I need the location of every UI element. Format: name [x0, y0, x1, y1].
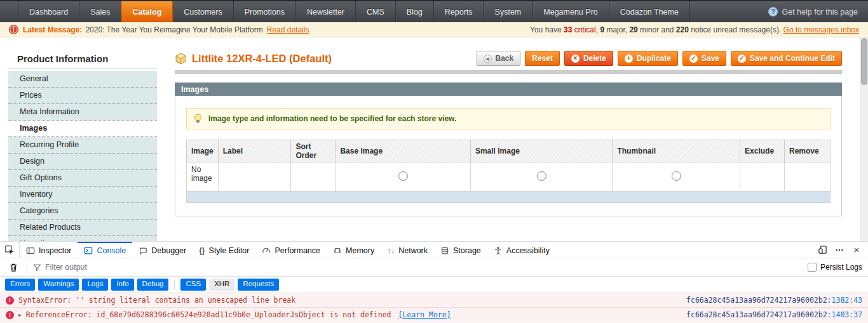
small-image-radio[interactable] [537, 171, 546, 181]
clear-console-icon[interactable] [6, 260, 21, 274]
duplicate-label: Duplicate [637, 54, 671, 63]
back-label: Back [496, 54, 514, 63]
nav-customers[interactable]: Customers [173, 1, 233, 22]
source-position: 1403:37 [827, 310, 862, 319]
error-message-text: ReferenceError: id_68e79d6288396c60524e9… [26, 310, 391, 319]
console-filter-bar: Errors Warnings Logs Info Debug CSS XHR … [0, 277, 868, 293]
tab-debugger[interactable]: Debugger [132, 242, 193, 258]
tab-network[interactable]: ↑↓ Network [381, 242, 434, 258]
notice-word: notice unread message(s). [689, 25, 783, 34]
nav-catalog[interactable]: Catalog [121, 1, 173, 22]
read-details-link[interactable]: Read details [267, 25, 309, 34]
meatballs-menu-icon[interactable] [832, 243, 847, 257]
sidebar-item-related-products[interactable]: Related Products [8, 220, 157, 236]
col-base-image: Base Image [336, 140, 471, 162]
filter-output-input[interactable] [45, 263, 236, 272]
sidebar-item-categories[interactable]: Categories [8, 203, 157, 220]
sidebar-item-recurring-profile[interactable]: Recurring Profile [8, 137, 157, 154]
nav-system[interactable]: System [484, 1, 533, 22]
images-panel-body: Image type and information need to be sp… [175, 96, 842, 216]
tab-performance[interactable]: Performance [255, 242, 327, 258]
console-error-row: ! ▶ ReferenceError: id_68e79d6288396c605… [0, 308, 868, 322]
performance-icon [262, 246, 271, 255]
delete-button[interactable]: × Delete [564, 51, 613, 66]
persist-logs-control: Persist Logs [808, 263, 862, 272]
memory-icon [333, 246, 342, 255]
product-edit-panel: Littlite 12XR-4-LED (Default) ◀ Back Res… [175, 50, 842, 216]
nav-codazon-theme[interactable]: Codazon Theme [609, 1, 690, 22]
tab-inspector[interactable]: Inspector [20, 242, 78, 258]
sidebar-item-images[interactable]: Images [8, 121, 157, 137]
critical-word: critical, [572, 25, 600, 34]
check-icon: ✓ [738, 55, 746, 63]
back-button[interactable]: ◀ Back [477, 51, 521, 66]
pick-element-icon[interactable] [0, 242, 20, 258]
save-and-continue-label: Save and Continue Edit [750, 54, 835, 63]
nav-megamenu-pro[interactable]: Megamenu Pro [532, 1, 609, 22]
persist-logs-checkbox[interactable] [808, 263, 817, 272]
nav-cms[interactable]: CMS [356, 1, 396, 22]
filter-requests[interactable]: Requests [238, 279, 279, 291]
duplicate-button[interactable]: + Duplicate [618, 51, 678, 66]
latest-message-text: 2020: The Year You Reimagine Your Mobile… [85, 25, 262, 34]
tab-label: Network [398, 246, 428, 255]
col-remove: Remove [785, 140, 831, 162]
filter-logs[interactable]: Logs [82, 279, 108, 291]
page-header: Littlite 12XR-4-LED (Default) ◀ Back Res… [175, 50, 842, 67]
nav-reports[interactable]: Reports [434, 1, 484, 22]
reset-button[interactable]: Reset [525, 51, 560, 66]
filter-info[interactable]: Info [111, 279, 133, 291]
tab-style-editor[interactable]: {} Style Editor [193, 242, 255, 258]
funnel-icon [33, 263, 41, 272]
error-icon: ! [6, 296, 14, 305]
filter-xhr[interactable]: XHR [209, 279, 234, 291]
accessibility-icon [494, 246, 503, 255]
sidebar-item-general[interactable]: General [8, 71, 157, 88]
tab-console[interactable]: Console [78, 242, 132, 258]
messages-inbox-link[interactable]: Go to messages inbox [783, 25, 859, 34]
save-label: Save [702, 54, 719, 63]
sidebar-item-meta-information[interactable]: Meta Information [8, 104, 157, 121]
learn-more-link[interactable]: [Learn More] [398, 310, 451, 319]
close-devtools-icon[interactable]: × [849, 243, 864, 257]
get-help-link[interactable]: ? Get help for this page [768, 1, 868, 22]
responsive-mode-icon[interactable] [815, 243, 830, 257]
check-icon: ✓ [689, 55, 698, 63]
nav-dashboard[interactable]: Dashboard [18, 1, 79, 22]
tab-accessibility[interactable]: Accessibility [487, 242, 556, 258]
tab-storage[interactable]: Storage [434, 242, 487, 258]
nav-blog[interactable]: Blog [396, 1, 434, 22]
save-and-continue-button[interactable]: ✓ Save and Continue Edit [731, 51, 842, 66]
filter-debug[interactable]: Debug [137, 279, 169, 291]
expand-arrow-icon[interactable]: ▶ [18, 312, 22, 318]
scrollbar-thumb[interactable] [861, 38, 867, 85]
source-position: 1382:43 [827, 296, 862, 305]
screen: Dashboard Sales Catalog Customers Promot… [0, 0, 868, 323]
filter-css[interactable]: CSS [180, 279, 206, 291]
tab-label: Console [97, 246, 126, 255]
sidebar-item-prices[interactable]: Prices [8, 88, 157, 104]
error-message-text: SyntaxError: '' string literal contains … [18, 296, 295, 305]
filter-warnings[interactable]: Warnings [38, 279, 79, 291]
images-table-header-row: Image Label Sort Order Base Image Small … [187, 140, 831, 162]
tab-memory[interactable]: Memory [327, 242, 381, 258]
sidebar-item-design[interactable]: Design [8, 154, 157, 170]
filter-errors[interactable]: Errors [5, 279, 35, 291]
nav-promotions[interactable]: Promotions [234, 1, 296, 22]
thumbnail-radio[interactable] [672, 171, 681, 181]
sidebar-item-gift-options[interactable]: Gift Options [8, 170, 157, 187]
console-toolbar: Persist Logs [0, 258, 868, 277]
nav-newsletter[interactable]: Newsletter [296, 1, 356, 22]
source-location-link[interactable]: fc66a28c45a13aa96d724217a96002b21403:37 [686, 310, 862, 319]
tab-label: Debugger [151, 246, 186, 255]
save-button[interactable]: ✓ Save [682, 51, 726, 66]
nav-sales[interactable]: Sales [79, 1, 121, 22]
devtools-tabbar: Inspector Console Debugger {} Style Edit… [0, 242, 868, 258]
sidebar-item-up-sells[interactable]: Up-sells [8, 236, 157, 241]
base-image-radio[interactable] [398, 171, 408, 181]
reset-label: Reset [532, 54, 553, 63]
tab-label: Storage [453, 246, 481, 255]
sidebar-item-inventory[interactable]: Inventory [8, 187, 157, 203]
source-location-link[interactable]: fc66a28c45a13aa96d724217a96002b21382:43 [686, 296, 862, 305]
vertical-scrollbar[interactable] [860, 37, 868, 241]
